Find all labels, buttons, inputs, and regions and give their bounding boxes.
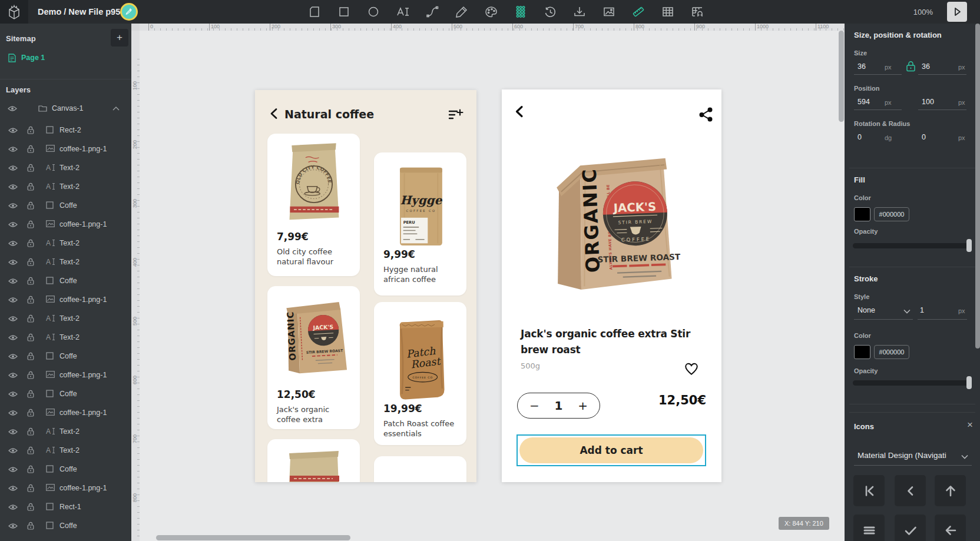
lock-icon[interactable] bbox=[27, 296, 34, 304]
lock-icon[interactable] bbox=[27, 465, 34, 473]
product-card[interactable] bbox=[267, 439, 360, 482]
lock-icon[interactable] bbox=[27, 371, 34, 379]
stroke-hex-input[interactable]: #000000 bbox=[874, 345, 909, 359]
text-tool[interactable] bbox=[396, 5, 410, 19]
icon-chevron-left[interactable] bbox=[895, 475, 926, 506]
x-input[interactable]: 594 bbox=[858, 98, 870, 106]
visibility-icon[interactable] bbox=[8, 278, 18, 284]
lock-icon[interactable] bbox=[27, 145, 34, 153]
visibility-icon[interactable] bbox=[8, 297, 18, 303]
canvas-vertical-scrollbar[interactable] bbox=[839, 31, 844, 122]
layer-row[interactable]: A coffee-1.png-1 bbox=[0, 215, 131, 234]
pencil-tool[interactable] bbox=[455, 5, 469, 19]
visibility-icon[interactable] bbox=[8, 410, 18, 416]
layer-row[interactable]: A Coffe bbox=[0, 196, 131, 215]
lock-icon[interactable] bbox=[27, 446, 34, 454]
lock-icon[interactable] bbox=[27, 352, 34, 360]
stroke-width-input[interactable]: 1 bbox=[920, 306, 924, 314]
visibility-icon[interactable] bbox=[8, 504, 18, 510]
filter-add-icon[interactable] bbox=[448, 109, 463, 122]
visibility-icon[interactable] bbox=[8, 221, 18, 228]
visibility-icon[interactable] bbox=[8, 447, 18, 454]
app-logo[interactable] bbox=[0, 0, 28, 24]
chevron-up-icon[interactable] bbox=[112, 107, 120, 111]
layer-row[interactable]: A Text-2 bbox=[0, 177, 131, 196]
fill-hex-input[interactable]: #000000 bbox=[874, 207, 909, 221]
history-tool[interactable] bbox=[543, 5, 557, 19]
radius-input[interactable]: 0 bbox=[922, 133, 926, 141]
icon-set-select[interactable]: Material Design (Navigati bbox=[858, 451, 946, 460]
add-page-button[interactable]: + bbox=[111, 29, 128, 47]
visibility-icon[interactable] bbox=[8, 353, 18, 360]
visibility-icon[interactable] bbox=[8, 165, 18, 171]
palette-tool[interactable] bbox=[484, 5, 498, 19]
layer-row[interactable]: A Text-2 bbox=[0, 253, 131, 271]
icon-arrow-up[interactable] bbox=[935, 475, 966, 506]
lock-icon[interactable] bbox=[27, 239, 34, 247]
layer-row[interactable]: A coffee-1.png-1 bbox=[0, 290, 131, 309]
height-input[interactable]: 36 bbox=[922, 62, 930, 71]
close-icon[interactable]: × bbox=[967, 419, 973, 431]
layer-row[interactable]: A Text-2 bbox=[0, 309, 131, 328]
canvas[interactable] bbox=[140, 31, 845, 541]
selection-box[interactable]: Add to cart bbox=[517, 434, 706, 466]
visibility-icon[interactable] bbox=[8, 334, 18, 341]
lock-icon[interactable] bbox=[27, 220, 34, 228]
lock-ratio-icon[interactable] bbox=[906, 61, 916, 72]
layer-row[interactable]: A Rect-2 bbox=[0, 121, 131, 140]
artboard-product-detail[interactable]: ORGANIC ALWAYS HAVE BEEN, ALWAYS WILL BE… bbox=[502, 89, 721, 482]
lock-icon[interactable] bbox=[27, 522, 34, 530]
layer-row[interactable]: A Coffe bbox=[0, 516, 131, 535]
ruler-tool[interactable] bbox=[631, 5, 645, 19]
stroke-style-select[interactable]: None bbox=[858, 306, 875, 314]
layer-row[interactable]: A Text-2 bbox=[0, 328, 131, 347]
layer-row[interactable]: A Text-2 bbox=[0, 422, 131, 441]
panel-scrollbar[interactable] bbox=[975, 24, 980, 349]
visibility-icon[interactable] bbox=[8, 391, 18, 397]
widgets-tool[interactable] bbox=[514, 5, 528, 19]
stroke-opacity-slider[interactable] bbox=[853, 380, 972, 386]
icon-menu[interactable] bbox=[853, 515, 885, 541]
rectangle-tool[interactable] bbox=[337, 5, 351, 19]
fill-opacity-slider[interactable] bbox=[853, 243, 972, 248]
lock-icon[interactable] bbox=[27, 126, 34, 134]
visibility-icon[interactable] bbox=[8, 372, 18, 379]
lock-icon[interactable] bbox=[27, 201, 34, 210]
lock-icon[interactable] bbox=[27, 182, 34, 191]
layer-row[interactable]: A coffee-1.png-1 bbox=[0, 366, 131, 384]
product-card[interactable]: Hygge COFFEE CO PERU 9,99€ Hygge natural… bbox=[374, 152, 466, 296]
icon-arrow-back[interactable] bbox=[935, 515, 966, 541]
layer-row[interactable]: A coffee-1.png-1 bbox=[0, 140, 131, 158]
icon-first-page[interactable] bbox=[853, 475, 885, 506]
lock-icon[interactable] bbox=[27, 333, 34, 341]
import-tool[interactable] bbox=[572, 5, 587, 19]
slider-handle[interactable] bbox=[966, 376, 972, 389]
product-card[interactable]: OLD CITY COFFEE 7,99€ Old city coffee na… bbox=[267, 134, 360, 276]
layer-group-canvas[interactable]: Canvas-1 bbox=[0, 101, 131, 116]
grid-snap-tool[interactable] bbox=[690, 5, 704, 19]
decrease-button[interactable]: − bbox=[529, 399, 539, 413]
layer-row[interactable]: A Text-2 bbox=[0, 441, 131, 460]
lock-icon[interactable] bbox=[27, 409, 34, 417]
chevron-down-icon[interactable] bbox=[903, 309, 911, 314]
product-card[interactable] bbox=[374, 456, 466, 482]
lock-icon[interactable] bbox=[27, 390, 34, 398]
increase-button[interactable]: + bbox=[578, 399, 588, 413]
layer-row[interactable]: A Coffe bbox=[0, 347, 131, 366]
curve-tool[interactable] bbox=[425, 5, 439, 19]
visibility-icon[interactable] bbox=[8, 203, 18, 209]
slider-handle[interactable] bbox=[966, 239, 972, 252]
artboard-product-list[interactable]: Natural coffee OLD CITY COFFEE 7,99€ O bbox=[255, 90, 476, 482]
play-button[interactable] bbox=[947, 2, 967, 22]
lock-icon[interactable] bbox=[27, 484, 34, 492]
lock-icon[interactable] bbox=[27, 164, 34, 172]
chevron-down-icon[interactable] bbox=[961, 454, 968, 459]
visibility-icon[interactable] bbox=[8, 127, 18, 134]
lock-icon[interactable] bbox=[27, 427, 34, 436]
visibility-icon[interactable] bbox=[8, 523, 18, 529]
product-card[interactable]: ORGANIC JACK'S STIR BREW ROAST 12,50€ Ja… bbox=[267, 286, 360, 429]
share-icon[interactable] bbox=[698, 107, 714, 122]
layer-row[interactable]: A Coffe bbox=[0, 384, 131, 403]
favorite-icon[interactable] bbox=[684, 361, 699, 376]
table-tool[interactable] bbox=[661, 5, 675, 19]
